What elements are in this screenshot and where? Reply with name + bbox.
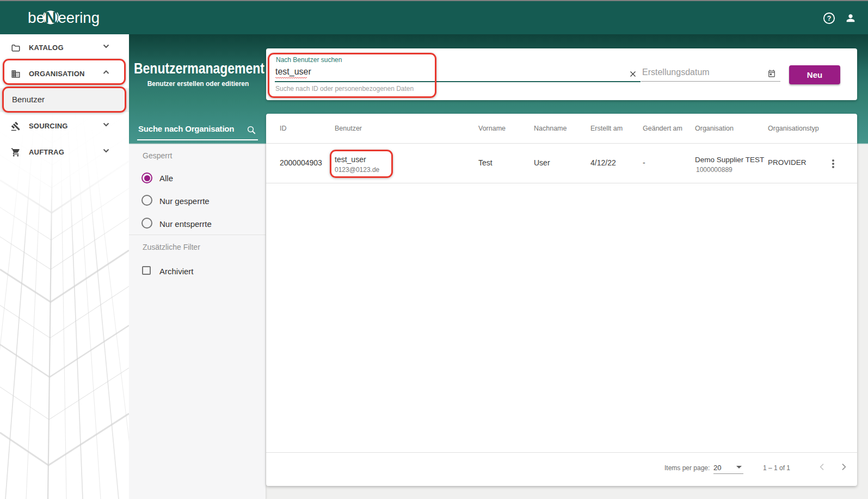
- svg-text:eering: eering: [58, 9, 100, 26]
- svg-text:N: N: [45, 9, 57, 26]
- svg-text:?: ?: [827, 15, 832, 22]
- svg-text:be: be: [28, 9, 45, 26]
